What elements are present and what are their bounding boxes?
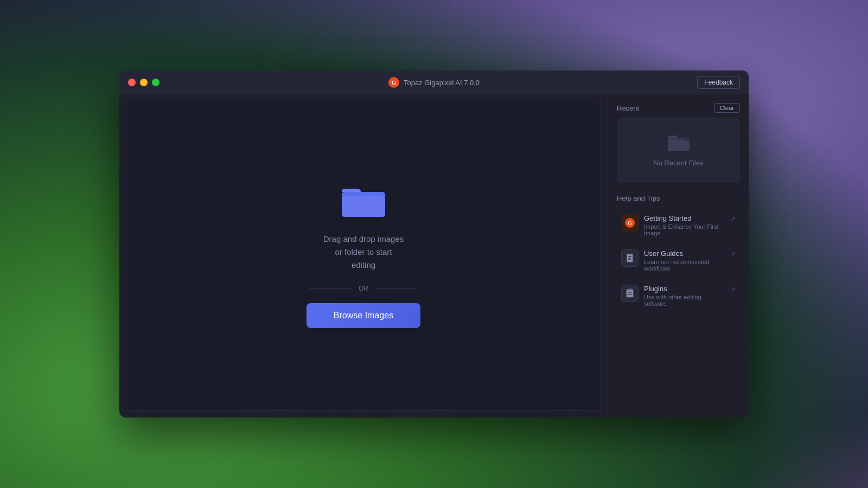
feedback-button[interactable]: Feedback (697, 76, 740, 89)
window-title: Topaz Gigapixel AI 7.0.0 (404, 79, 480, 87)
main-content: Drag and drop images or folder to start … (119, 94, 749, 418)
minimize-button[interactable] (140, 79, 148, 86)
svg-rect-13 (628, 288, 630, 291)
folder-icon (342, 184, 385, 220)
drop-text: Drag and drop images or folder to start … (323, 233, 404, 272)
no-recent-text: No Recent Files (653, 159, 703, 167)
drop-zone[interactable]: Drag and drop images or folder to start … (126, 101, 601, 411)
user-guides-title: User Guides (644, 249, 725, 258)
help-item-user-guides[interactable]: User Guides Learn our recommended workfl… (617, 244, 740, 277)
topaz-g-icon: G (625, 218, 635, 228)
svg-rect-3 (342, 196, 385, 217)
external-link-icon-user-guides: ↗ (731, 251, 736, 258)
folder-icon-container (342, 184, 385, 222)
titlebar: G Topaz Gigapixel AI 7.0.0 Feedback (119, 70, 749, 94)
getting-started-text: Getting Started Import & Enhance Your Fi… (644, 214, 725, 236)
help-item-plugins[interactable]: Plugins Use with other editing software … (617, 279, 740, 312)
maximize-button[interactable] (152, 79, 159, 86)
svg-text:G: G (628, 220, 632, 226)
recent-section-header: Recent Clear (617, 103, 740, 113)
document-icon (625, 253, 635, 263)
app-logo-icon: G (388, 77, 399, 88)
getting-started-title: Getting Started (644, 214, 725, 222)
svg-rect-5 (668, 140, 690, 151)
traffic-lights (128, 79, 159, 86)
or-line-right (375, 288, 418, 288)
getting-started-subtitle: Import & Enhance Your First Image (644, 223, 725, 236)
svg-rect-12 (627, 290, 634, 297)
plugins-icon (621, 285, 639, 302)
help-label: Help and Tips (617, 194, 660, 202)
plugins-title: Plugins (644, 285, 725, 293)
user-guides-icon (621, 249, 639, 267)
close-button[interactable] (128, 79, 136, 86)
help-item-getting-started[interactable]: G Getting Started Import & Enhance Your … (617, 209, 740, 242)
clear-button[interactable]: Clear (714, 103, 740, 113)
help-section-header: Help and Tips (617, 194, 740, 202)
or-text: OR (359, 285, 368, 292)
plugin-icon (625, 288, 635, 298)
browse-images-button[interactable]: Browse Images (307, 303, 420, 328)
recent-area: No Recent Files (617, 117, 740, 183)
svg-rect-14 (630, 288, 632, 291)
or-divider: OR (309, 285, 418, 292)
recent-label: Recent (617, 104, 639, 112)
window-title-area: G Topaz Gigapixel AI 7.0.0 (388, 77, 480, 88)
plugins-subtitle: Use with other editing software (644, 294, 725, 307)
user-guides-subtitle: Learn our recommended workflows (644, 259, 725, 272)
svg-text:G: G (392, 79, 397, 86)
plugins-text: Plugins Use with other editing software (644, 285, 725, 307)
app-window: G Topaz Gigapixel AI 7.0.0 Feedback (119, 70, 749, 418)
user-guides-text: User Guides Learn our recommended workfl… (644, 249, 725, 272)
external-link-icon-getting-started: ↗ (731, 215, 736, 222)
or-line-left (309, 288, 352, 288)
sidebar: Recent Clear No Recent Files Help a (608, 94, 749, 418)
no-recent-folder-icon (668, 133, 690, 155)
getting-started-icon: G (621, 214, 639, 232)
external-link-icon-plugins: ↗ (731, 286, 736, 293)
